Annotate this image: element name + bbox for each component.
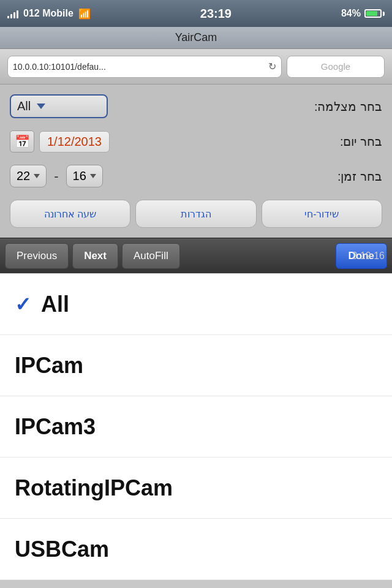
time-dash: - [54,168,58,184]
signal-bars [7,9,18,18]
battery-tip [383,12,385,16]
url-bar[interactable]: 10.0.0.10:10101/defau... ↻ [7,56,282,78]
wifi-icon: 📶 [78,8,91,20]
time-label: בחר זמן: [337,169,382,184]
app-title: YairCam [175,31,217,44]
dropdown-arrow-icon [37,104,45,109]
action-row: שעה אחרונה הגדרות שידור-חי [10,200,382,228]
picker-item-label: USBCam [15,537,109,562]
camera-dropdown[interactable]: All [10,94,108,118]
picker-item-all[interactable]: ✓All [0,274,392,335]
autofill-button[interactable]: AutoFill [122,243,180,269]
camera-control-side: All [10,94,108,118]
start-hour-value: 22 [17,169,30,183]
app-title-bar: YairCam [0,27,392,49]
battery-body [364,9,382,18]
battery-percent: 84% [341,8,361,19]
google-placeholder: Google [321,61,350,72]
status-left: 012 Mobile 📶 [7,8,91,20]
end-hour-value: 16 [73,169,86,183]
url-text: 10.0.0.10:10101/defau... [13,62,265,72]
day-label: בחר יום: [340,134,382,149]
day-row: בחר יום: 📅 1/12/2013 [10,130,382,153]
picker-item-ipcam[interactable]: IPCam [0,335,392,396]
battery-fill [366,11,377,16]
camera-value: All [17,99,31,113]
battery-indicator [364,9,385,18]
start-hour-arrow [34,174,40,178]
start-hour-select[interactable]: 22 [10,165,47,187]
next-button[interactable]: Next [72,243,118,269]
checkmark-icon: ✓ [15,293,31,316]
end-hour-arrow [90,174,96,178]
picker-item-label: IPCam [15,353,83,379]
bar3 [13,12,15,18]
picker-item-label: RotatingIPCam [15,475,173,501]
day-control-side: 📅 1/12/2013 [10,130,110,153]
picker-item-label: All [41,292,69,317]
time-row: 22 - 16 [10,165,103,187]
previous-button[interactable]: Previous [5,243,69,269]
picker-item-label: IPCam3 [15,414,96,440]
picker-item-rotatingipcam[interactable]: RotatingIPCam [0,458,392,519]
time-control-side: 22 - 16 [10,165,103,187]
btn-settings[interactable]: הגדרות [135,200,256,228]
date-display[interactable]: 1/12/2013 [39,131,110,153]
carrier-label: 012 Mobile [23,8,74,19]
status-time: 23:19 [200,7,232,21]
camera-row: בחר מצלמה: All [10,94,382,118]
bar2 [10,14,12,18]
dropdown-picker: ✓AllIPCamIPCam3RotatingIPCamUSBCam [0,273,392,580]
calendar-icon[interactable]: 📅 [10,130,34,153]
keyboard-toolbar: Previous Next AutoFill 3:19:16 Done [0,238,392,273]
btn-live[interactable]: שידור-חי [262,200,382,228]
bar4 [17,10,18,18]
status-right: 84% [341,8,385,19]
bar1 [7,16,9,18]
main-content: בחר מצלמה: All בחר יום: 📅 1/12/2013 בחר … [0,85,392,238]
date-row: 📅 1/12/2013 [10,130,110,153]
btn-last-hour[interactable]: שעה אחרונה [10,200,130,228]
picker-item-usbcam[interactable]: USBCam [0,519,392,580]
camera-label: בחר מצלמה: [314,99,382,114]
refresh-button[interactable]: ↻ [268,61,276,72]
google-search-bar[interactable]: Google [287,56,385,78]
end-hour-select[interactable]: 16 [66,165,103,187]
status-bar: 012 Mobile 📶 23:19 84% [0,0,392,27]
timestamp: 3:19:16 [352,251,385,262]
browser-nav: 10.0.0.10:10101/defau... ↻ Google [0,49,392,85]
time-row-outer: בחר זמן: 22 - 16 [10,165,382,187]
picker-item-ipcam3[interactable]: IPCam3 [0,396,392,458]
